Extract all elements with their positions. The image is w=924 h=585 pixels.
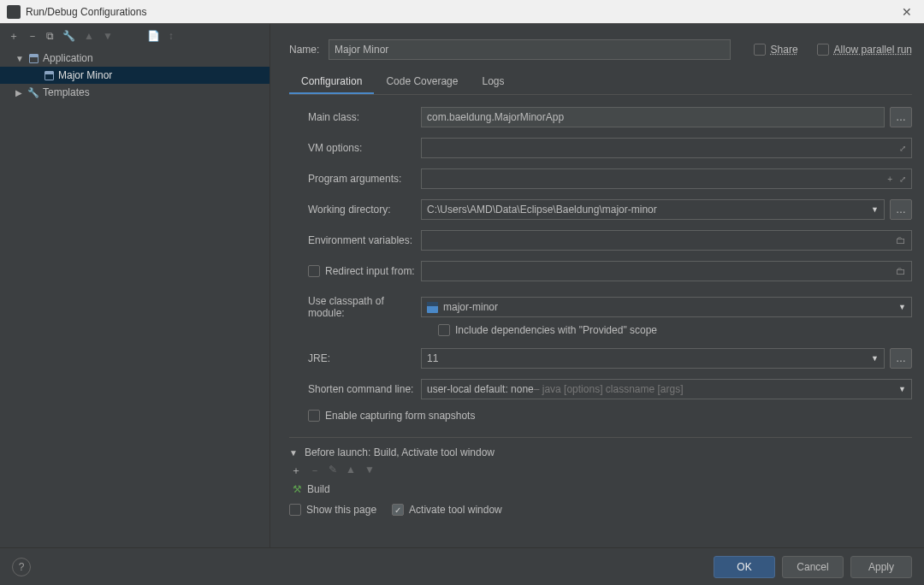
before-launch-header: Before launch: Build, Activate tool wind… bbox=[305, 446, 495, 458]
sort-icon[interactable]: ↕ bbox=[169, 30, 174, 42]
redirect-input-checkbox[interactable]: Redirect input from: bbox=[308, 265, 421, 277]
program-args-label: Program arguments: bbox=[308, 173, 421, 185]
templates-icon: 🔧 bbox=[27, 86, 39, 98]
expand-icon[interactable]: ⤢ bbox=[899, 174, 906, 184]
tree-node-major-minor[interactable]: Major Minor bbox=[0, 67, 270, 84]
add-task-icon[interactable]: ＋ bbox=[291, 464, 301, 478]
apply-button[interactable]: Apply bbox=[850, 556, 912, 578]
move-up-icon[interactable]: ▲ bbox=[84, 30, 94, 42]
classpath-label: Use classpath of module: bbox=[308, 295, 421, 319]
move-down-icon[interactable]: ▼ bbox=[364, 464, 375, 478]
add-config-icon[interactable]: ＋ bbox=[9, 29, 19, 44]
redirect-input-field[interactable]: 🗀 bbox=[421, 261, 912, 281]
vm-options-label: VM options: bbox=[308, 142, 421, 154]
allow-parallel-checkbox[interactable]: Allow parallel run bbox=[817, 44, 912, 56]
tree-node-application[interactable]: ▼ Application bbox=[0, 50, 270, 67]
application-folder-icon bbox=[27, 52, 39, 64]
remove-task-icon[interactable]: － bbox=[310, 464, 320, 478]
tree-node-templates[interactable]: ▶ 🔧 Templates bbox=[0, 84, 270, 101]
tab-logs[interactable]: Logs bbox=[470, 70, 516, 94]
shorten-cmd-select[interactable]: user-local default: none – java [options… bbox=[421, 379, 912, 399]
titlebar: Run/Debug Configurations ✕ bbox=[0, 0, 924, 24]
activate-tool-window-checkbox[interactable]: ✓Activate tool window bbox=[392, 504, 502, 516]
browse-working-dir-button[interactable]: … bbox=[890, 199, 912, 220]
working-dir-label: Working directory: bbox=[308, 204, 421, 216]
classpath-module-select[interactable]: major-minor ▼ bbox=[421, 297, 912, 317]
app-window-icon bbox=[7, 5, 21, 19]
chevron-down-icon[interactable]: ▼ bbox=[871, 354, 879, 363]
sidebar: ＋ － ⧉ 🔧 ▲ ▼ 📄 ↕ ▼ Application Major Mino… bbox=[0, 24, 270, 547]
chevron-down-icon[interactable]: ▼ bbox=[898, 385, 906, 393]
module-icon bbox=[427, 302, 438, 313]
show-this-page-checkbox[interactable]: Show this page bbox=[289, 504, 376, 516]
name-label: Name: bbox=[289, 44, 329, 56]
caret-down-icon[interactable]: ▼ bbox=[289, 448, 298, 458]
config-tree: ▼ Application Major Minor ▶ 🔧 Templates bbox=[0, 48, 270, 547]
edit-task-icon[interactable]: ✎ bbox=[329, 464, 337, 478]
folder-icon[interactable]: 🗀 bbox=[896, 234, 906, 246]
main-panel: Name: Share Allow parallel run Configura… bbox=[270, 24, 924, 547]
tree-label: Major Minor bbox=[58, 69, 112, 81]
program-args-input[interactable]: + ⤢ bbox=[421, 168, 912, 189]
caret-down-icon: ▼ bbox=[15, 54, 24, 63]
application-run-icon bbox=[43, 69, 55, 81]
config-tabs: Configuration Code Coverage Logs bbox=[289, 70, 912, 95]
dialog-footer: ? OK Cancel Apply bbox=[0, 547, 924, 585]
window-title: Run/Debug Configurations bbox=[26, 6, 897, 18]
tab-code-coverage[interactable]: Code Coverage bbox=[374, 70, 470, 94]
close-icon[interactable]: ✕ bbox=[897, 5, 917, 19]
jre-select[interactable]: 11 ▼ bbox=[421, 348, 885, 369]
help-button[interactable]: ? bbox=[12, 558, 31, 576]
shorten-label: Shorten command line: bbox=[308, 383, 421, 395]
caret-right-icon: ▶ bbox=[15, 88, 24, 98]
cancel-button[interactable]: Cancel bbox=[782, 556, 844, 578]
move-up-icon[interactable]: ▲ bbox=[346, 464, 356, 478]
enable-snapshots-checkbox[interactable]: Enable capturing form snapshots bbox=[308, 410, 475, 422]
hammer-icon: ⚒ bbox=[293, 483, 302, 495]
share-checkbox[interactable]: Share bbox=[754, 44, 798, 56]
browse-jre-button[interactable]: … bbox=[890, 348, 912, 369]
main-class-input[interactable] bbox=[421, 107, 885, 127]
tree-label: Application bbox=[43, 52, 93, 64]
env-vars-input[interactable]: 🗀 bbox=[421, 230, 912, 251]
chevron-down-icon[interactable]: ▼ bbox=[871, 205, 879, 214]
jre-label: JRE: bbox=[308, 352, 421, 364]
edit-defaults-icon[interactable]: 🔧 bbox=[62, 30, 75, 42]
main-class-label: Main class: bbox=[308, 111, 421, 123]
name-input[interactable] bbox=[329, 39, 731, 60]
remove-config-icon[interactable]: － bbox=[27, 29, 38, 44]
tree-label: Templates bbox=[43, 86, 90, 98]
ok-button[interactable]: OK bbox=[714, 556, 775, 578]
vm-options-input[interactable]: ⤢ bbox=[421, 138, 912, 158]
env-vars-label: Environment variables: bbox=[308, 234, 421, 246]
include-provided-checkbox[interactable]: Include dependencies with "Provided" sco… bbox=[438, 324, 912, 336]
before-launch-item-build[interactable]: ⚒ Build bbox=[289, 482, 912, 497]
sidebar-toolbar: ＋ － ⧉ 🔧 ▲ ▼ 📄 ↕ bbox=[0, 24, 270, 48]
tab-configuration[interactable]: Configuration bbox=[289, 70, 374, 94]
copy-config-icon[interactable]: ⧉ bbox=[46, 30, 54, 42]
add-arg-icon[interactable]: + bbox=[887, 174, 892, 184]
move-down-icon[interactable]: ▼ bbox=[103, 30, 113, 42]
save-config-icon[interactable]: 📄 bbox=[147, 30, 160, 42]
working-dir-input[interactable]: C:\Users\AMD\Data\Eclipse\Baeldung\major… bbox=[421, 199, 885, 220]
browse-main-class-button[interactable]: … bbox=[890, 107, 912, 127]
expand-icon[interactable]: ⤢ bbox=[899, 144, 906, 153]
chevron-down-icon[interactable]: ▼ bbox=[898, 303, 906, 311]
folder-icon[interactable]: 🗀 bbox=[896, 265, 906, 277]
